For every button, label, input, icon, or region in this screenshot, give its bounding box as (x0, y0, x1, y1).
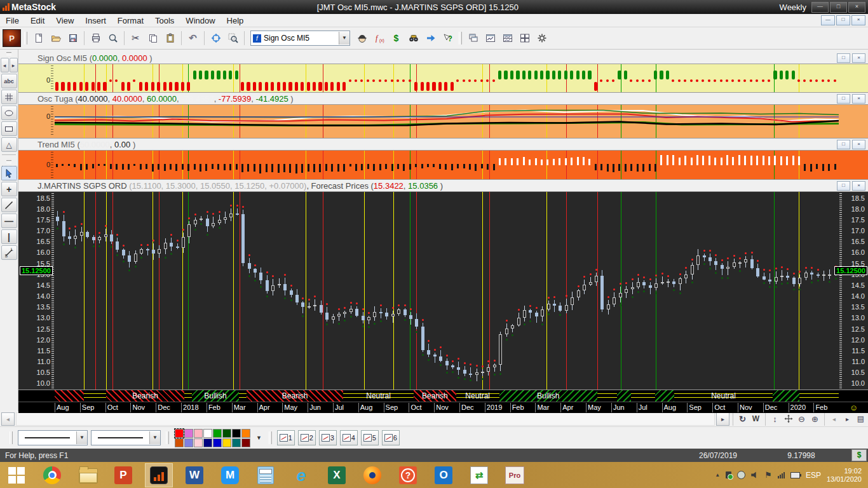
taskbar-help-button[interactable]: ? (394, 463, 422, 487)
taskbar-word-button[interactable]: W (180, 463, 208, 487)
child-close-button[interactable]: × (851, 15, 865, 25)
menu-button[interactable]: ▤ (855, 413, 867, 425)
layouts-button[interactable] (499, 30, 515, 46)
tray-chevron-icon[interactable]: ▲ (715, 472, 720, 478)
panel-sign-header[interactable]: Sign Osc MI5 (0.0000, 0.0000 ) □× (18, 52, 868, 64)
line-weight-combo[interactable]: ▼ (91, 430, 161, 445)
vline-tool-button[interactable]: | (1, 229, 17, 244)
taskbar-metastock-button[interactable] (145, 463, 173, 487)
panel-close-button[interactable]: × (852, 94, 865, 104)
new-button[interactable] (31, 30, 46, 46)
panel-close-button[interactable]: × (852, 181, 865, 191)
panel-restore-button[interactable]: □ (837, 53, 850, 63)
menu-help[interactable]: Help (221, 15, 250, 26)
taskbar-maxthon-button[interactable]: M (216, 463, 244, 487)
combo-dropdown-arrow[interactable]: ▼ (339, 32, 349, 44)
copy-button[interactable] (145, 30, 161, 46)
panel-restore-button[interactable]: □ (837, 94, 850, 104)
taskbar-chrome-button[interactable] (38, 463, 66, 487)
scrollbar-right-button[interactable]: ▸ (716, 412, 729, 426)
signal-icon[interactable] (778, 472, 785, 478)
powertools-button[interactable]: P (3, 29, 21, 47)
forecast-button[interactable] (423, 30, 438, 46)
color-swatch[interactable] (184, 429, 193, 438)
panel-tuga-header[interactable]: Osc Tuga (40.0000, 40.0000, 60.0000, -78… (18, 93, 868, 104)
network-icon[interactable] (737, 471, 745, 479)
color-swatch[interactable] (241, 429, 250, 438)
taskbar-explorer-button[interactable] (74, 463, 102, 487)
price-plot[interactable]: 18.518.518.018.017.517.517.017.016.516.5… (18, 191, 868, 390)
help-pointer-button[interactable]: ? (440, 30, 456, 46)
refresh-button[interactable]: ↻ (736, 413, 749, 425)
menu-edit[interactable]: Edit (25, 15, 50, 26)
scrollbar-track[interactable] (16, 412, 715, 426)
restore-button[interactable]: □ (830, 2, 847, 13)
template-6-button[interactable]: 6 (382, 430, 400, 445)
menu-format[interactable]: Format (112, 15, 149, 26)
combo-dropdown-arrow[interactable]: ▼ (149, 431, 160, 444)
volume-icon[interactable] (751, 471, 759, 479)
vresize-button[interactable]: ↕ (769, 413, 781, 425)
panel-trend-header[interactable]: Trend MI5 (50.0000, 0.00 ) □× (18, 139, 868, 150)
panel-close-button[interactable]: × (852, 53, 865, 63)
child-restore-button[interactable]: □ (836, 15, 850, 25)
color-swatch[interactable] (232, 429, 241, 438)
menu-file[interactable]: File (0, 15, 25, 26)
color-swatch[interactable] (241, 438, 250, 447)
panel-restore-button[interactable]: □ (837, 140, 850, 149)
next-button[interactable]: ▸ (841, 413, 853, 425)
minimize-button[interactable]: — (811, 2, 829, 13)
template-3-button[interactable]: 3 (319, 430, 337, 445)
taskbar-start-button[interactable] (3, 463, 31, 487)
menu-view[interactable]: View (50, 15, 79, 26)
grid-tool-button[interactable] (1, 90, 17, 104)
crosshair-button[interactable] (208, 30, 224, 46)
taskbar-sync-button[interactable]: ⇄ (465, 463, 493, 487)
move-button[interactable] (782, 413, 794, 425)
color-swatch[interactable] (222, 438, 231, 447)
zoom-dots-button[interactable] (225, 30, 241, 46)
template-4-button[interactable]: 4 (340, 430, 358, 445)
menu-insert[interactable]: Insert (79, 15, 112, 26)
color-swatch[interactable] (203, 438, 212, 447)
tile-button[interactable] (517, 30, 532, 46)
palette-dropdown-arrow[interactable]: ▼ (254, 435, 264, 441)
color-swatch[interactable] (175, 438, 184, 447)
new-chart-button[interactable] (482, 30, 498, 46)
taskbar-powerpoint-button[interactable]: P (109, 463, 137, 487)
taskbar-firefox-button[interactable] (358, 463, 386, 487)
paste-button[interactable] (162, 30, 178, 46)
usb-icon[interactable] (726, 471, 731, 478)
open-button[interactable] (48, 30, 64, 46)
flag-icon[interactable]: ⚑ (764, 470, 772, 480)
triangle-tool-button[interactable]: △ (1, 137, 17, 152)
save-button[interactable] (65, 30, 81, 46)
template-2-button[interactable]: 2 (298, 430, 316, 445)
taskbar-ie-button[interactable]: e (287, 463, 315, 487)
undo-button[interactable]: ↶ (185, 30, 201, 46)
child-minimize-button[interactable]: — (821, 15, 835, 25)
color-swatch[interactable] (194, 438, 203, 447)
taskbar-excel-button[interactable]: X (323, 463, 351, 487)
explorer-button[interactable] (405, 30, 421, 46)
print-button[interactable] (88, 30, 104, 46)
indicator-combo[interactable]: fSign Osc MI5▼ (250, 30, 350, 46)
template-5-button[interactable]: 5 (361, 430, 379, 445)
panel-restore-button[interactable]: □ (837, 181, 850, 191)
battery-icon[interactable] (790, 472, 800, 478)
close-button[interactable]: × (848, 2, 865, 13)
expert-button[interactable] (354, 30, 370, 46)
scroll-right-button[interactable]: ▸ (10, 58, 18, 72)
text-tool-button[interactable]: abc (1, 74, 17, 88)
panel-close-button[interactable]: × (852, 140, 865, 149)
color-swatch[interactable] (232, 438, 241, 447)
prev-button[interactable]: ◂ (828, 413, 840, 425)
color-swatch[interactable] (213, 438, 222, 447)
trend-plot[interactable]: 0 (18, 150, 868, 180)
scrollbar-left-button[interactable]: ◂ (1, 412, 15, 426)
cross-tool-button[interactable]: + (1, 182, 17, 196)
trendline-tool-button[interactable] (1, 198, 17, 212)
fx-button[interactable]: f(x) (371, 30, 387, 46)
taskbar-pro-button[interactable]: Pro (501, 463, 529, 487)
taskbar-outlook-button[interactable]: O (430, 463, 458, 487)
